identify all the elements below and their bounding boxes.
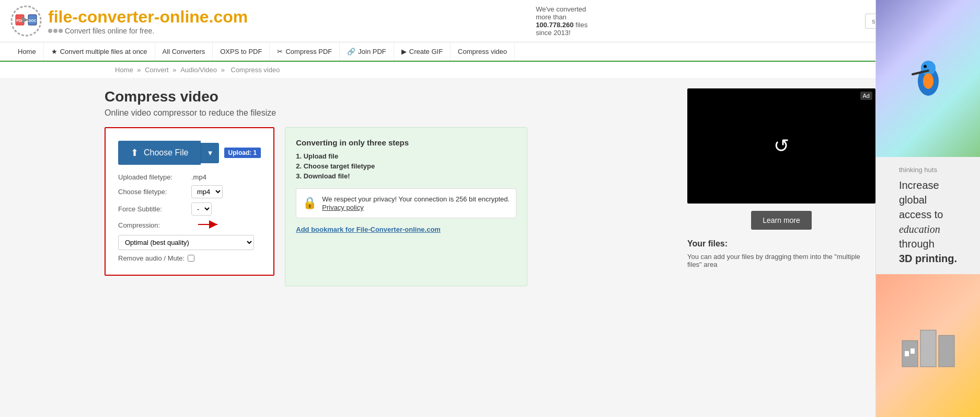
logo-area: PDF DOC file-converter-online.com Conver… [10,5,248,37]
svg-text:PDF: PDF [16,19,24,22]
breadcrumb-audio-video[interactable]: Audio/Video [180,66,217,74]
nav-item-compress-pdf[interactable]: ✂ Compress PDF [270,42,340,61]
nav-item-convert-multiple[interactable]: ★ Convert multiple files at once [44,42,155,61]
logo-icon: PDF DOC [10,5,42,37]
uploaded-filetype-value: .mp4 [191,173,206,181]
nav-item-compress-video[interactable]: Compress video [451,42,515,61]
ad-text-block: thinking huts Increase global access to … [891,157,965,274]
remove-audio-label: Remove audio / Mute: [118,254,185,262]
main-nav: Home ★ Convert multiple files at once Al… [0,42,980,62]
star-icon: ★ [51,48,57,55]
nav-item-all-converters[interactable]: All Converters [155,42,213,61]
chevron-down-icon: ▼ [206,149,213,157]
choose-filetype-label: Choose filetype: [118,188,191,196]
your-files-title: Your files: [687,239,875,249]
learn-more-button[interactable]: Learn more [751,211,812,230]
force-subtitle-select[interactable]: - [191,202,212,216]
svg-text:DOC: DOC [28,19,37,22]
main-content: Compress video Online video compressor t… [0,78,980,297]
svg-point-8 [923,73,933,89]
page-title: Compress video [105,88,677,105]
breadcrumb-home[interactable]: Home [115,66,133,74]
privacy-policy-link[interactable]: Privacy policy [322,204,363,211]
force-subtitle-label: Force Subtitle: [118,205,191,213]
site-title: file-converter-online.com [48,7,248,27]
force-subtitle-row: Force Subtitle: - [118,202,261,216]
compression-select-row: Optimal (best quality) Low compression M… [118,235,261,250]
compression-label: Compression: [118,221,191,229]
choose-file-dropdown-button[interactable]: ▼ [201,143,218,163]
compression-label-row: Compression: [118,220,261,231]
upload-badge: Upload: 1 [224,148,261,158]
upload-box: ⬆ Choose File ▼ Upload: 1 Uploaded filet… [105,127,274,276]
svg-point-7 [921,61,936,75]
right-side-ad: thinking huts Increase global access to … [875,0,980,297]
privacy-text: We respect your privacy! Your connection… [322,195,510,203]
ad-headline: Increase global access to education thro… [899,178,957,266]
step-2: 2. Choose target filetype [296,162,516,170]
site-subtitle: Convert files online for free. [48,27,248,35]
breadcrumb-current: Compress video [231,66,280,74]
uploaded-filetype-label: Uploaded filetype: [118,173,191,181]
nav-item-join-pdf[interactable]: 🔗 Join PDF [340,42,394,61]
nav-item-home[interactable]: Home [10,42,44,61]
breadcrumb-convert[interactable]: Convert [145,66,169,74]
choose-file-button[interactable]: ⬆ Choose File [118,141,201,165]
bookmark-link[interactable]: Add bookmark for File-Converter-online.c… [296,226,516,233]
ad-display-box: ↺ Ad [687,88,875,204]
home-label: Home [18,48,36,55]
play-icon: ▶ [401,48,407,55]
choose-file-row: ⬆ Choose File ▼ Upload: 1 [118,141,261,165]
reload-icon: ↺ [774,135,789,157]
remove-audio-row: Remove audio / Mute: [118,254,261,262]
logo-text: file-converter-online.com Convert files … [48,7,248,35]
page-subtitle: Online video compressor to reduce the fi… [105,108,677,118]
choose-filetype-row: Choose filetype: mp4 [118,185,261,198]
nav-item-oxps-to-pdf[interactable]: OXPS to PDF [213,42,270,61]
left-column: Compress video Online video compressor t… [105,88,677,286]
uploaded-filetype-row: Uploaded filetype: .mp4 [118,173,261,181]
scissors-icon: ✂ [277,48,283,55]
nav-item-create-gif[interactable]: ▶ Create GIF [394,42,451,61]
upload-icon: ⬆ [131,147,139,159]
svg-point-9 [924,65,927,68]
step-3: 3. Download file! [296,172,516,180]
link-icon: 🔗 [347,48,355,55]
info-box: Converting in only three steps 1. Upload… [285,127,527,286]
right-column: ↺ Ad Learn more Your files: You can add … [687,88,875,286]
ad-bottom-image [876,274,980,297]
your-files-description: You can add your files by dragging them … [687,253,875,268]
compression-select[interactable]: Optimal (best quality) Low compression M… [118,235,254,250]
steps-title: Converting in only three steps [296,138,516,147]
steps-list: 1. Upload file 2. Choose target filetype… [296,152,516,180]
lock-icon: 🔒 [303,196,317,210]
ad-brand: thinking huts [899,165,957,175]
converted-text: We've converted more than 100.778.260 fi… [536,5,587,37]
privacy-box: 🔒 We respect your privacy! Your connecti… [296,188,516,218]
ad-top-image [876,0,980,157]
breadcrumb: Home » Convert » Audio/Video » Compress … [0,62,980,78]
compression-arrow-icon [195,220,222,231]
top-bar: PDF DOC file-converter-online.com Conver… [0,0,980,42]
choose-filetype-select[interactable]: mp4 [191,185,223,198]
remove-audio-checkbox[interactable] [188,255,194,262]
step-1: 1. Upload file [296,152,516,160]
